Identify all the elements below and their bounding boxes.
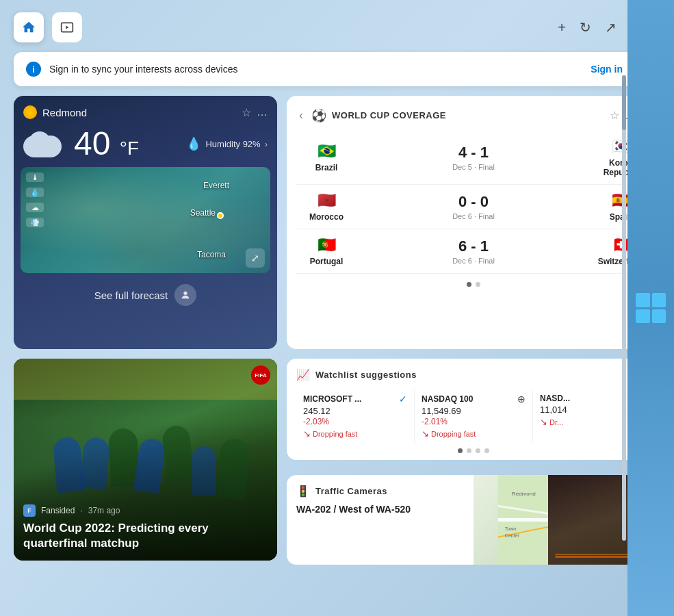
watchlist-item: NASDAQ 100 ⊕ 11,549.69 -2.01% ↘ Dropping…	[415, 389, 533, 443]
watchlist-dot-2[interactable]	[467, 448, 471, 453]
add-button[interactable]: +	[558, 20, 566, 36]
scrollbar[interactable]	[622, 75, 626, 541]
humidity-info[interactable]: 💧 Humidity 92% ›	[186, 136, 268, 151]
traffic-card: 🚦 Traffic Cameras … WA-202 / West of WA-…	[287, 475, 660, 565]
watchlist-dots	[296, 448, 651, 453]
stock-name-1: MICROSOFT ...	[303, 394, 361, 404]
map-rain-button[interactable]: 💧	[26, 188, 44, 197]
trend-label-3: Dr...	[549, 418, 563, 426]
map-wind-button[interactable]: 💨	[26, 218, 44, 227]
humidity-chevron: ›	[265, 139, 268, 149]
worldcup-left-arrow[interactable]: ‹	[296, 105, 306, 125]
svg-text:Redmond: Redmond	[512, 491, 536, 497]
weather-pin-icon[interactable]: ☆	[242, 106, 251, 119]
trend-label-2: Dropping fast	[431, 430, 476, 438]
signin-link[interactable]: Sign in	[591, 64, 623, 75]
brazil-flag: 🇧🇷	[314, 142, 339, 160]
weather-card: Redmond ☆ … 40 °F 💧 Humidity 92% › 🌡	[14, 96, 277, 349]
win-logo-tl	[636, 293, 650, 307]
svg-point-3	[184, 292, 187, 295]
stock-add-icon[interactable]: ⊕	[517, 394, 526, 405]
watchlist-header: 📈 Watchlist suggestions …	[296, 368, 651, 381]
match-info-1: Dec 5 · Final	[354, 163, 593, 171]
weather-header: Redmond ☆ …	[14, 96, 277, 125]
weather-more-button[interactable]: …	[257, 106, 268, 118]
map-icon-panel: 🌡 💧 ☁ 💨	[26, 172, 44, 227]
source-time: ·	[80, 506, 82, 515]
win-logo-br	[652, 309, 666, 324]
expand-button[interactable]: ↗	[605, 19, 617, 36]
match-info-3: Dec 6 · Final	[354, 257, 593, 265]
windows-panel	[627, 0, 674, 616]
temperature-display: 40 °F	[74, 127, 139, 160]
stock-price-2: 11,549.69	[422, 406, 526, 416]
portugal-flag: 🇵🇹	[314, 236, 339, 254]
win-logo-tr	[652, 293, 666, 307]
trend-label-1: Dropping fast	[313, 430, 357, 438]
temperature-unit: °F	[120, 138, 139, 159]
dot-2[interactable]	[476, 282, 480, 287]
news-source-bar: F Fansided · 37m ago World Cup 2022: Pre…	[14, 495, 277, 561]
team1-portugal: 🇵🇹 Portugal	[299, 236, 354, 266]
forecast-avatar-icon	[174, 284, 196, 306]
map-label-seattle: Seattle	[190, 208, 216, 218]
match-row: 🇵🇹 Portugal 6 - 1 Dec 6 · Final 🇨🇭 Switz…	[296, 229, 651, 274]
map-terrain	[21, 167, 270, 273]
watchlist-dot-4[interactable]	[484, 448, 489, 453]
map-label-everett: Everett	[203, 181, 229, 190]
map-expand-button[interactable]: ⤢	[246, 248, 265, 268]
svg-text:Town: Town	[505, 526, 517, 531]
stock-trend-1: ↘ Dropping fast	[303, 428, 407, 439]
map-cloud-button[interactable]: ☁	[26, 203, 44, 212]
score1-3: 6	[458, 238, 467, 255]
signin-text: Sign in to sync your interests across de…	[49, 64, 582, 75]
map-location-dot	[217, 212, 224, 219]
humidity-drop-icon: 💧	[186, 136, 201, 151]
bottom-row: FIFA F Fansided · 37m ago World Cup 2022…	[14, 359, 660, 565]
source-logo: F	[23, 504, 36, 517]
score2-3: 1	[480, 238, 489, 255]
watchlist-dot-1[interactable]	[458, 448, 463, 453]
score-display-2: 0 - 0	[354, 193, 593, 211]
windows-logo	[636, 293, 666, 323]
morocco-flag: 🇲🇦	[314, 192, 339, 209]
video-button[interactable]	[52, 12, 82, 42]
worldcup-icon: ⚽	[311, 108, 326, 123]
weather-main: 40 °F 💧 Humidity 92% ›	[14, 125, 277, 167]
worldcup-title: WORLD CUP COVERAGE	[332, 110, 604, 120]
team1-brazil: 🇧🇷 Brazil	[299, 142, 354, 172]
stock-trend-2: ↘ Dropping fast	[422, 428, 526, 439]
weather-map[interactable]: 🌡 💧 ☁ 💨 Everett Seattle Tacoma ⤢	[21, 167, 270, 273]
score-col-2: 0 - 0 Dec 6 · Final	[354, 193, 593, 220]
traffic-location: WA-202 / West of WA-520	[296, 503, 467, 517]
trend-down-icon-1: ↘	[303, 428, 311, 439]
stock-name-row-2: NASDAQ 100 ⊕	[422, 394, 526, 405]
refresh-button[interactable]: ↻	[580, 19, 591, 36]
score-display-3: 6 - 1	[354, 238, 593, 255]
forecast-button[interactable]: See full forecast	[14, 273, 277, 317]
home-button[interactable]	[14, 12, 44, 42]
cards-grid: Redmond ☆ … 40 °F 💧 Humidity 92% › 🌡	[14, 96, 660, 349]
news-time-ago: 37m ago	[88, 506, 120, 515]
map-temp-button[interactable]: 🌡	[26, 172, 44, 182]
traffic-light-icon: 🚦	[296, 485, 310, 498]
match-info-2: Dec 6 · Final	[354, 212, 593, 220]
dot-1[interactable]	[467, 282, 471, 287]
score2-1: 1	[480, 144, 489, 161]
news-card[interactable]: FIFA F Fansided · 37m ago World Cup 2022…	[14, 359, 277, 561]
forecast-text: See full forecast	[94, 290, 168, 301]
win-logo-bl	[636, 309, 650, 324]
score-col-3: 6 - 1 Dec 6 · Final	[354, 238, 593, 265]
cloud-icon	[23, 127, 64, 160]
stock-change-1: -2.03%	[303, 417, 407, 426]
watchlist-title: Watchlist suggestions	[315, 370, 634, 380]
match-row: 🇲🇦 Morocco 0 - 0 Dec 6 · Final 🇪🇸 Spain	[296, 185, 651, 229]
watchlist-dot-3[interactable]	[476, 448, 480, 453]
stock-name-2: NASDAQ 100	[422, 394, 473, 404]
worldcup-pin-button[interactable]: ☆	[610, 109, 619, 122]
score-dash-2: -	[471, 193, 480, 210]
worldcup-card: ‹ ⚽ WORLD CUP COVERAGE ☆ … › 🇧🇷 Brazil 4…	[287, 96, 660, 349]
watchlist-item: MICROSOFT ... ✓ 245.12 -2.03% ↘ Dropping…	[296, 389, 415, 443]
scrollbar-thumb[interactable]	[622, 75, 626, 130]
stock-check-icon[interactable]: ✓	[399, 394, 407, 405]
